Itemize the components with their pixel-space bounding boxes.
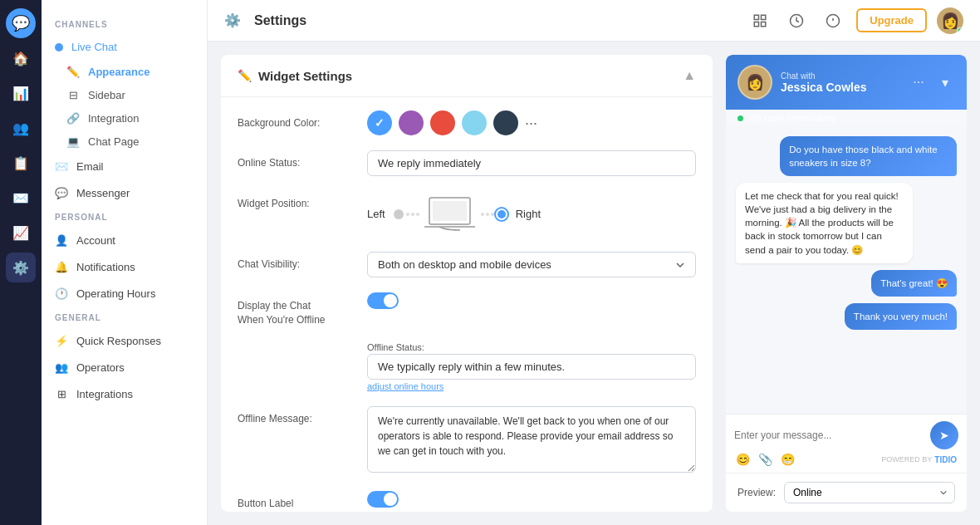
emoji-icon[interactable]: 😊	[736, 453, 750, 466]
adjust-online-hours-link[interactable]: adjust online hours	[367, 381, 696, 391]
svg-rect-0	[755, 15, 759, 19]
sidebar-label: Sidebar	[88, 89, 125, 101]
online-status-input[interactable]	[367, 150, 696, 176]
icon-bar-chat[interactable]: 💬	[6, 8, 36, 38]
message-4: Thank you very much!	[845, 303, 957, 330]
chat-more-btn[interactable]: ···	[909, 72, 929, 92]
icon-bar-inbox[interactable]: 📋	[6, 148, 36, 178]
chat-messages: Do you have those black and white sneake…	[726, 126, 967, 414]
color-blue[interactable]: ✓	[367, 110, 392, 135]
general-section-label: GENERAL	[42, 307, 207, 327]
icon-bar-analytics[interactable]: 📈	[6, 218, 36, 248]
offline-message-textarea[interactable]: We're currently unavailable. We'll get b…	[367, 406, 696, 473]
chat-visibility-select[interactable]: Both on desktop and mobile devices Deskt…	[367, 252, 696, 277]
display-chat-offline-control	[367, 292, 696, 309]
settings-panel: ✏️ Widget Settings ▲ Background Color: ✓	[221, 55, 713, 512]
slider-dot-left[interactable]	[394, 209, 404, 219]
online-status-text: We reply immediately	[748, 113, 835, 123]
toggle-knob-2	[384, 493, 397, 506]
messenger-icon: 💬	[55, 186, 68, 199]
sidebar-sub-appearance[interactable]: ✏️ Appearance	[42, 60, 207, 83]
chat-online-status: We reply immediately	[726, 110, 967, 126]
color-purple[interactable]	[399, 110, 424, 135]
page-title: Settings	[254, 13, 733, 28]
clock-icon: 🕐	[55, 287, 68, 300]
button-label-toggle[interactable]	[367, 491, 399, 508]
avatar-online-dot	[957, 27, 963, 34]
header-gear-icon: ⚙️	[224, 12, 241, 28]
header-icon-2[interactable]	[783, 7, 810, 34]
sidebar: CHANNELS Live Chat ✏️ Appearance ⊟ Sideb…	[42, 0, 208, 525]
display-chat-offline-row: Display the Chat When You're Offline	[238, 292, 696, 327]
chat-visibility-row: Chat Visibility: Both on desktop and mob…	[238, 252, 696, 277]
channels-section-label: CHANNELS	[42, 13, 207, 34]
preview-label: Preview:	[737, 487, 776, 498]
sidebar-icon: ⊟	[66, 88, 80, 101]
offline-status-control: Offline Status: adjust online hours	[367, 342, 696, 391]
chat-header: 👩 Chat with Jessica Cowles ··· ▾	[726, 55, 967, 110]
position-slider: Left	[367, 191, 696, 237]
operators-icon: 👥	[55, 361, 68, 374]
header-icon-1[interactable]	[747, 7, 773, 34]
online-status-row: Online Status:	[238, 150, 696, 176]
chat-collapse-btn[interactable]: ▾	[935, 72, 955, 92]
offline-status-input[interactable]	[367, 354, 696, 380]
sidebar-sub-integration[interactable]: 🔗 Integration	[42, 106, 207, 130]
integrations-icon: ⊞	[55, 387, 68, 400]
color-red[interactable]	[430, 110, 455, 135]
sidebar-item-quick-responses[interactable]: ⚡ Quick Responses	[42, 327, 207, 354]
color-dark[interactable]	[493, 110, 518, 135]
send-button[interactable]: ➤	[930, 421, 958, 449]
chat-header-actions: ··· ▾	[909, 72, 955, 92]
icon-bar-contacts[interactable]: 👥	[6, 113, 36, 143]
agent-name: Jessica Cowles	[781, 81, 900, 94]
personal-section-label: PERSONAL	[42, 206, 207, 227]
content-area: ✏️ Widget Settings ▲ Background Color: ✓	[208, 42, 980, 525]
icon-bar-reports[interactable]: 📊	[6, 78, 36, 108]
online-status-label: Online Status:	[238, 150, 354, 169]
header-icon-3[interactable]	[820, 7, 846, 34]
color-light-blue[interactable]	[462, 110, 487, 135]
color-more-icon[interactable]: ···	[525, 115, 537, 132]
user-avatar[interactable]: 👩	[937, 7, 963, 34]
chat-input-row: ➤	[734, 421, 958, 449]
sidebar-item-live-chat[interactable]: Live Chat	[42, 34, 207, 60]
integration-label: Integration	[88, 112, 139, 125]
icon-bar-home[interactable]: 🏠	[6, 43, 36, 73]
message-1: Do you have those black and white sneake…	[780, 136, 957, 176]
sidebar-item-operators[interactable]: 👥 Operators	[42, 354, 207, 380]
display-chat-offline-label: Display the Chat When You're Offline	[238, 292, 354, 327]
sidebar-sub-chat-page[interactable]: 💻 Chat Page	[42, 130, 207, 153]
chat-visibility-label: Chat Visibility:	[238, 252, 354, 270]
background-color-label: Background Color:	[238, 110, 354, 129]
collapse-icon[interactable]: ▲	[683, 68, 696, 83]
offline-message-control: We're currently unavailable. We'll get b…	[367, 406, 696, 476]
header-nav-icons: Upgrade 👩	[747, 7, 963, 34]
slider-dot-right[interactable]	[496, 209, 507, 220]
upgrade-button[interactable]: Upgrade	[856, 8, 927, 32]
quick-responses-icon: ⚡	[55, 334, 68, 347]
sidebar-item-account[interactable]: 👤 Account	[42, 227, 207, 253]
sidebar-item-messenger[interactable]: 💬 Messenger	[42, 179, 207, 206]
icon-bar-email[interactable]: ✉️	[6, 183, 36, 213]
header-pencil-icon: ✏️	[238, 69, 252, 82]
button-label-row: Button Label	[238, 491, 696, 509]
chat-page-label: Chat Page	[88, 135, 139, 148]
appearance-label: Appearance	[88, 66, 149, 78]
chat-message-input[interactable]	[734, 429, 924, 441]
gif-icon[interactable]: 😁	[781, 453, 795, 466]
preview-select[interactable]: Online Offline	[784, 482, 955, 503]
sidebar-item-notifications[interactable]: 🔔 Notifications	[42, 253, 207, 280]
color-picker: ✓ ···	[367, 110, 696, 135]
sidebar-item-operating-hours[interactable]: 🕐 Operating Hours	[42, 280, 207, 307]
display-chat-offline-toggle[interactable]	[367, 292, 399, 309]
sidebar-item-email[interactable]: ✉️ Email	[42, 153, 207, 179]
chat-footer-icons: 😊 📎 😁 POWERED BY TIDIO	[734, 449, 958, 466]
sidebar-item-integrations[interactable]: ⊞ Integrations	[42, 380, 207, 407]
attachment-icon[interactable]: 📎	[758, 453, 772, 466]
icon-bar-settings[interactable]: ⚙️	[6, 253, 36, 282]
live-chat-dot	[55, 43, 63, 52]
sidebar-sub-sidebar[interactable]: ⊟ Sidebar	[42, 83, 207, 106]
email-label: Email	[76, 160, 104, 173]
message-2: Let me check that for you real quick! We…	[736, 183, 913, 262]
